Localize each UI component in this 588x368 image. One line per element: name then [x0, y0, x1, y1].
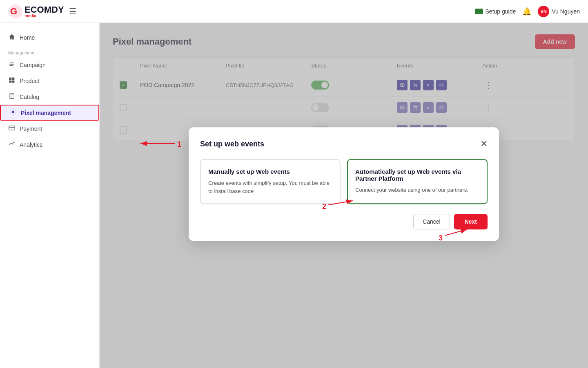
cancel-button[interactable]: Cancel — [413, 214, 450, 229]
next-button[interactable]: Next — [454, 214, 488, 229]
sidebar-item-product-label: Product — [20, 78, 39, 84]
auto-setup-option[interactable]: Automatically set up Web events via Part… — [347, 159, 488, 204]
avatar: VN — [538, 6, 549, 17]
svg-rect-5 — [12, 81, 15, 83]
main-content: Pixel management Add new Pixel Name Pixe… — [100, 23, 588, 368]
sidebar-item-pixel-management[interactable]: Pixel management — [0, 105, 99, 121]
svg-rect-3 — [12, 78, 15, 80]
sidebar-item-campaign[interactable]: Campaign — [0, 57, 99, 73]
sidebar-item-catalog-label: Catalog — [20, 94, 39, 100]
catalog-icon — [8, 93, 16, 101]
sidebar-item-catalog[interactable]: Catalog — [0, 89, 99, 105]
product-icon — [8, 77, 16, 85]
svg-rect-2 — [9, 78, 12, 80]
sidebar-item-analytics-label: Analytics — [20, 141, 42, 148]
user-info: VN Vu Nguyen — [538, 6, 580, 17]
auto-option-desc: Connect your website using one of our pa… — [355, 186, 479, 194]
logo: G ECOMDY media — [8, 4, 64, 19]
sidebar-item-payment-label: Payment — [20, 126, 42, 132]
logo-icon: G — [8, 4, 23, 19]
manual-option-desc: Create events with simplify setup. You m… — [208, 179, 332, 195]
manual-option-title: Manually set up Web events — [208, 168, 332, 175]
setup-guide-label: Setup guide — [486, 8, 516, 15]
modal-footer: Cancel Next — [200, 214, 488, 229]
nav-right: Setup guide 🔔 VN Vu Nguyen — [475, 6, 580, 17]
sidebar-item-campaign-label: Campaign — [20, 62, 46, 68]
auto-option-title: Automatically set up Web events via Part… — [355, 168, 479, 182]
top-navigation: G ECOMDY media ☰ Setup guide 🔔 VN Vu Ngu… — [0, 0, 588, 23]
home-icon — [8, 34, 16, 41]
modal-header: Set up web events ✕ — [200, 139, 488, 149]
modal-title: Set up web events — [200, 140, 264, 148]
campaign-icon — [8, 61, 16, 69]
payment-icon — [8, 125, 16, 132]
flag-icon — [475, 9, 483, 14]
setup-web-events-modal: Set up web events ✕ Manually set up Web … — [189, 127, 499, 241]
notification-bell-icon[interactable]: 🔔 — [522, 7, 531, 16]
analytics-icon — [8, 141, 16, 148]
sidebar-section-label: Management — [0, 45, 99, 57]
svg-rect-4 — [9, 81, 12, 83]
user-name: Vu Nguyen — [552, 8, 580, 15]
hamburger-menu-icon[interactable]: ☰ — [69, 7, 76, 16]
manual-setup-option[interactable]: Manually set up Web events Create events… — [200, 159, 341, 204]
modal-close-button[interactable]: ✕ — [480, 139, 488, 149]
pixel-management-icon — [9, 109, 17, 117]
sidebar-item-home-label: Home — [20, 34, 35, 41]
sidebar-item-analytics[interactable]: Analytics — [0, 137, 99, 153]
nav-left: G ECOMDY media ☰ — [8, 4, 76, 19]
modal-options: Manually set up Web events Create events… — [200, 159, 488, 204]
sidebar-item-payment[interactable]: Payment — [0, 121, 99, 137]
sidebar-item-pixel-management-label: Pixel management — [21, 110, 71, 116]
app-layout: Home Management Campaign Product Catalog — [0, 23, 588, 368]
sidebar-item-home[interactable]: Home — [0, 29, 99, 45]
svg-rect-7 — [9, 126, 15, 130]
svg-point-6 — [12, 111, 14, 113]
sidebar: Home Management Campaign Product Catalog — [0, 23, 100, 368]
sidebar-item-product[interactable]: Product — [0, 73, 99, 89]
setup-guide-button[interactable]: Setup guide — [475, 8, 516, 15]
svg-text:G: G — [10, 6, 17, 16]
